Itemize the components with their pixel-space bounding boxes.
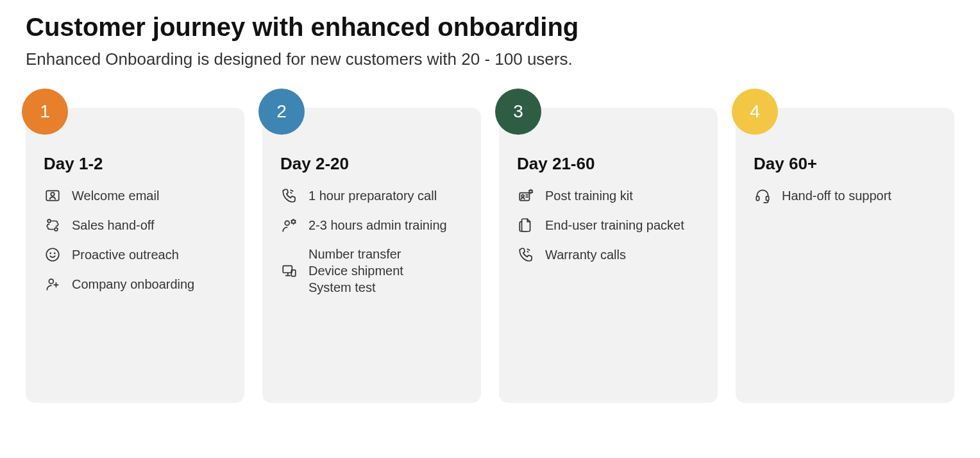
- stage-card: 3Day 21-60Post training kitEnd-user trai…: [499, 108, 718, 403]
- stage-item: Hand-off to support: [754, 187, 936, 205]
- stage-heading: Day 2-20: [280, 154, 463, 174]
- journey-stages: 1Day 1-2Welcome emailSales hand-offProac…: [26, 108, 954, 403]
- stage-heading: Day 60+: [754, 154, 936, 174]
- stage-body: Day 1-2Welcome emailSales hand-offProact…: [26, 108, 244, 403]
- stage-item: End-user training packet: [517, 216, 700, 234]
- stage-item-label: Welcome email: [72, 187, 226, 204]
- phone-icon: [517, 246, 535, 264]
- user-plus-icon: [44, 275, 62, 293]
- page-title: Customer journey with enhanced onboardin…: [26, 13, 954, 42]
- stage-card: 2Day 2-201 hour preparatory call2-3 hour…: [262, 108, 481, 403]
- stage-item: Company onboarding: [44, 275, 226, 293]
- headset-icon: [754, 187, 772, 205]
- stage-number-badge: 3: [495, 89, 541, 135]
- stage-item-label: Company onboarding: [72, 276, 226, 293]
- stage-item-label: Sales hand-off: [72, 217, 226, 233]
- stage-item: Number transferDevice shipmentSystem tes…: [280, 246, 463, 296]
- stage-item-label: Warranty calls: [545, 246, 700, 263]
- stage-heading: Day 21-60: [517, 154, 700, 174]
- stage-item: Sales hand-off: [44, 216, 226, 234]
- stage-item: Welcome email: [44, 187, 226, 205]
- stage-card: 4Day 60+Hand-off to support: [736, 108, 954, 403]
- stage-item-label: Hand-off to support: [782, 187, 936, 204]
- devices-icon: [280, 262, 298, 280]
- stage-card: 1Day 1-2Welcome emailSales hand-offProac…: [26, 108, 244, 403]
- stage-number-badge: 4: [732, 89, 778, 135]
- stage-item: Warranty calls: [517, 246, 700, 264]
- document-icon: [517, 216, 535, 234]
- stage-item-label: 2-3 hours admin training: [308, 217, 463, 233]
- smile-icon: [44, 246, 62, 264]
- stage-number-badge: 1: [22, 89, 68, 135]
- stage-item-label: Proactive outreach: [72, 246, 226, 263]
- stage-item-label: Post training kit: [545, 187, 700, 204]
- stage-item-label: 1 hour preparatory call: [308, 187, 463, 204]
- stage-body: Day 60+Hand-off to support: [736, 108, 954, 403]
- stage-item: Proactive outreach: [44, 246, 226, 264]
- handoff-icon: [44, 216, 62, 234]
- stage-item: Post training kit: [517, 187, 700, 205]
- stage-body: Day 2-201 hour preparatory call2-3 hours…: [262, 108, 481, 403]
- stage-number-badge: 2: [258, 89, 305, 135]
- phone-icon: [280, 187, 298, 205]
- stage-item-label: End-user training packet: [545, 217, 700, 233]
- stage-item-label: Number transferDevice shipmentSystem tes…: [308, 246, 463, 296]
- page-subtitle: Enhanced Onboarding is designed for new …: [26, 49, 954, 69]
- stage-item: 2-3 hours admin training: [280, 216, 463, 234]
- stage-body: Day 21-60Post training kitEnd-user train…: [499, 108, 718, 403]
- stage-heading: Day 1-2: [44, 154, 226, 174]
- user-gear-icon: [280, 216, 298, 234]
- kit-icon: [517, 187, 535, 205]
- id-card-icon: [44, 187, 62, 205]
- stage-item: 1 hour preparatory call: [280, 187, 463, 205]
